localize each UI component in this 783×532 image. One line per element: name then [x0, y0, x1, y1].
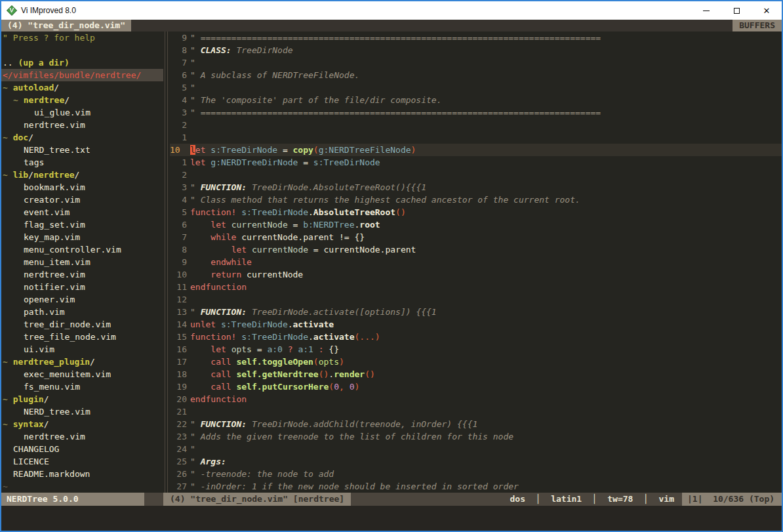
line-number: 14 [170, 318, 187, 331]
code-line[interactable]: 13" FUNCTION: TreeDirNode.activate([opti… [170, 306, 782, 318]
code-line[interactable]: 14unlet s:TreeDirNode.activate [170, 318, 782, 331]
tree-file-item[interactable]: tree_dir_node.vim [1, 318, 163, 331]
code-line[interactable]: 22" FUNCTION: TreeDirNode.addChild(treen… [170, 418, 782, 430]
code-line[interactable]: 19 call self.putCursorHere(0, 0) [170, 380, 782, 393]
code-line[interactable]: 1 [170, 131, 782, 144]
tree-dir-item[interactable]: ~ doc/ [1, 131, 163, 144]
tree-file-item[interactable]: nerdtree.vim [1, 119, 163, 131]
tree-file-item[interactable]: opener.vim [1, 293, 163, 306]
code-line[interactable]: 27" -inOrder: 1 if the new node should b… [170, 480, 782, 493]
code-line[interactable]: 24" [170, 443, 782, 455]
tree-dir-item[interactable]: ~ syntax/ [1, 418, 163, 430]
tree-file-item[interactable]: menu_controller.vim [1, 243, 163, 256]
code-text: let s:TreeDirNode = copy(g:NERDTreeFileN… [187, 144, 416, 156]
code-line-current[interactable]: 10let s:TreeDirNode = copy(g:NERDTreeFil… [170, 144, 782, 156]
code-line[interactable]: 4" Class method that returns the highest… [170, 194, 782, 206]
tree-dir-item[interactable]: ~ nerdtree_plugin/ [1, 356, 163, 368]
code-line[interactable]: 20endfunction [170, 393, 782, 405]
text-cursor: l [190, 145, 195, 155]
maximize-button[interactable] [721, 1, 752, 20]
tree-file-item[interactable]: CHANGELOG [1, 443, 163, 455]
code-line[interactable]: 26" -treenode: the node to add [170, 468, 782, 480]
code-line[interactable]: 9 endwhile [170, 256, 782, 268]
tree-file-item[interactable]: path.vim [1, 306, 163, 318]
code-line[interactable]: 16 let opts = a:0 ? a:1 : {} [170, 343, 782, 356]
code-line[interactable]: 3" FUNCTION: TreeDirNode.AbsoluteTreeRoo… [170, 181, 782, 194]
close-button[interactable]: ✕ [752, 1, 782, 20]
code-line[interactable]: 21 [170, 405, 782, 418]
command-line[interactable] [1, 506, 782, 531]
line-number: 9 [170, 256, 187, 268]
tree-item-label: ~ [3, 170, 13, 180]
tree-dir-item[interactable]: ~ lib/nerdtree/ [1, 169, 163, 181]
tree-dir-item[interactable]: ~ nerdtree/ [1, 94, 163, 106]
code-text: " Class method that returns the highest … [187, 194, 580, 206]
tree-file-item[interactable]: tree_file_node.vim [1, 331, 163, 343]
line-number: 24 [170, 443, 187, 455]
tree-file-item[interactable]: menu_item.vim [1, 256, 163, 268]
tree-root-item[interactable]: </vimfiles/bundle/nerdtree/ [1, 69, 163, 81]
tree-file-item[interactable]: ui_glue.vim [1, 106, 163, 119]
tab-active[interactable]: (4) "tree_dir_node.vim" [1, 20, 131, 31]
code-line[interactable]: 12 [170, 293, 782, 306]
tree-file-item[interactable]: NERD_tree.txt [1, 144, 163, 156]
code-text: " ======================================… [187, 31, 601, 44]
code-line[interactable]: 10 return currentNode [170, 268, 782, 281]
tree-file-item[interactable]: event.vim [1, 206, 163, 218]
tree-item-label: README.markdown [13, 469, 90, 479]
split-separator[interactable] [163, 31, 170, 493]
code-line[interactable]: 17 call self.toggleOpen(opts) [170, 356, 782, 368]
code-line[interactable]: 4" The 'composite' part of the file/dir … [170, 94, 782, 106]
code-line[interactable]: 5" [170, 81, 782, 94]
line-number: 7 [170, 56, 187, 69]
tree-file-item[interactable]: key_map.vim [1, 231, 163, 243]
code-line[interactable]: 2 [170, 169, 782, 181]
code-text: call self.getNerdtree().render() [187, 368, 375, 380]
code-line[interactable]: 8 let currentNode = currentNode.parent [170, 243, 782, 256]
line-number: 11 [170, 281, 187, 293]
tree-file-item[interactable]: notifier.vim [1, 281, 163, 293]
code-line[interactable]: 5function! s:TreeDirNode.AbsoluteTreeRoo… [170, 206, 782, 218]
code-line[interactable]: 25" Args: [170, 455, 782, 468]
tree-up-dir-item[interactable]: .. (up a dir) [1, 56, 163, 69]
minimize-button[interactable] [691, 1, 721, 20]
code-line[interactable]: 8" CLASS: TreeDirNode [170, 44, 782, 56]
code-line[interactable]: 18 call self.getNerdtree().render() [170, 368, 782, 380]
tree-item-label: / [64, 95, 70, 105]
tree-file-item[interactable]: bookmark.vim [1, 181, 163, 194]
tree-file-item[interactable]: exec_menuitem.vim [1, 368, 163, 380]
tree-file-item[interactable]: README.markdown [1, 468, 163, 480]
editor-buffer[interactable]: 9" =====================================… [170, 31, 782, 493]
code-line[interactable]: 23" Adds the given treenode to the list … [170, 430, 782, 443]
tree-file-item[interactable]: nerdtree.vim [1, 430, 163, 443]
tree-item-label: ~ [3, 394, 13, 404]
code-line[interactable]: 11endfunction [170, 281, 782, 293]
line-number: 23 [170, 430, 187, 443]
code-text: " Adds the given treenode to the list of… [187, 430, 513, 443]
tree-file-item[interactable]: LICENCE [1, 455, 163, 468]
tree-file-item[interactable]: creator.vim [1, 194, 163, 206]
tree-item-label: </vimfiles/bundle/nerdtree/ [3, 70, 141, 80]
tree-dir-item[interactable]: ~ plugin/ [1, 393, 163, 405]
tree-file-item[interactable]: nerdtree.vim [1, 268, 163, 281]
line-number: 3 [170, 106, 187, 119]
code-line[interactable]: 6 let currentNode = b:NERDTree.root [170, 218, 782, 231]
code-line[interactable]: 2 [170, 119, 782, 131]
code-line[interactable]: 3" =====================================… [170, 106, 782, 119]
tree-file-item[interactable]: fs_menu.vim [1, 380, 163, 393]
code-line[interactable]: 1let g:NERDTreeDirNode = s:TreeDirNode [170, 156, 782, 169]
tree-file-item[interactable]: flag_set.vim [1, 218, 163, 231]
tree-file-item[interactable]: ui.vim [1, 343, 163, 356]
tree-file-item[interactable]: NERD_tree.vim [1, 405, 163, 418]
code-line[interactable]: 15function! s:TreeDirNode.activate(...) [170, 331, 782, 343]
tree-item-label: plugin [13, 394, 44, 404]
code-line[interactable]: 6" A subclass of NERDTreeFileNode. [170, 69, 782, 81]
code-line[interactable]: 9" =====================================… [170, 31, 782, 44]
tree-dir-item[interactable]: ~ autoload/ [1, 81, 163, 94]
buffers-label: BUFFERS [733, 20, 782, 31]
tree-file-item[interactable]: tags [1, 156, 163, 169]
code-line[interactable]: 7 while currentNode.parent != {} [170, 231, 782, 243]
code-text: " A subclass of NERDTreeFileNode. [187, 69, 359, 81]
tree-item-label: nerdtree [24, 95, 65, 105]
code-line[interactable]: 7" [170, 56, 782, 69]
